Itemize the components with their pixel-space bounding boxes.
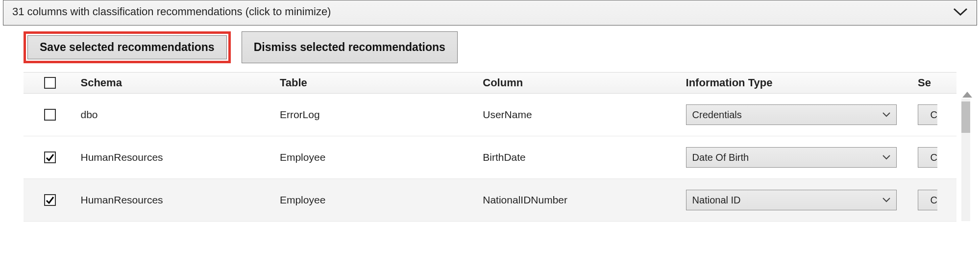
sensitivity-select[interactable]: C (918, 104, 937, 125)
banner-text: 31 columns with classification recommend… (12, 5, 331, 18)
recommendations-banner[interactable]: 31 columns with classification recommend… (3, 0, 977, 25)
cell-table: Employee (280, 151, 483, 163)
info-type-value: Date Of Birth (692, 152, 749, 163)
scroll-up-arrow-icon[interactable] (962, 92, 972, 98)
cell-schema: dbo (77, 109, 280, 121)
cell-schema: HumanResources (77, 194, 280, 206)
header-sensitivity[interactable]: Se (918, 76, 956, 89)
info-type-value: National ID (692, 195, 741, 206)
scrollbar-thumb[interactable] (961, 101, 970, 133)
table-row: HumanResources Employee NationalIDNumber… (24, 179, 956, 222)
header-schema[interactable]: Schema (77, 76, 280, 89)
save-highlight: Save selected recommendations (24, 31, 231, 63)
table-row: HumanResources Employee BirthDate Date O… (24, 136, 956, 179)
row-checkbox[interactable] (44, 109, 56, 121)
info-type-select[interactable]: National ID (686, 190, 897, 210)
info-type-value: Credentials (692, 109, 742, 121)
action-bar: Save selected recommendations Dismiss se… (0, 31, 980, 72)
cell-table: Employee (280, 194, 483, 206)
info-type-select[interactable]: Date Of Birth (686, 147, 897, 168)
chevron-down-icon (882, 155, 890, 160)
dismiss-button[interactable]: Dismiss selected recommendations (242, 31, 458, 63)
sensitivity-value: C (931, 109, 937, 121)
sensitivity-select[interactable]: C (918, 190, 937, 210)
cell-schema: HumanResources (77, 151, 280, 163)
cell-column: NationalIDNumber (483, 194, 686, 206)
select-all-checkbox[interactable] (44, 77, 56, 89)
cell-column: UserName (483, 109, 686, 121)
cell-table: ErrorLog (280, 109, 483, 121)
table-body: dbo ErrorLog UserName Credentials C (24, 94, 956, 222)
save-button[interactable]: Save selected recommendations (27, 35, 227, 59)
chevron-down-icon (882, 112, 890, 117)
chevron-down-icon (953, 7, 968, 16)
sensitivity-value: C (931, 152, 937, 163)
header-column[interactable]: Column (483, 76, 686, 89)
sensitivity-select[interactable]: C (918, 147, 937, 168)
row-checkbox[interactable] (44, 194, 56, 206)
info-type-select[interactable]: Credentials (686, 104, 897, 125)
row-checkbox[interactable] (44, 151, 56, 163)
table-header: Schema Table Column Information Type Se (24, 72, 956, 94)
chevron-down-icon (882, 198, 890, 202)
recommendations-table: Schema Table Column Information Type Se … (24, 72, 956, 222)
header-table[interactable]: Table (280, 76, 483, 89)
sensitivity-value: C (931, 195, 937, 206)
header-info-type[interactable]: Information Type (686, 76, 918, 89)
table-row: dbo ErrorLog UserName Credentials C (24, 94, 956, 136)
cell-column: BirthDate (483, 151, 686, 163)
